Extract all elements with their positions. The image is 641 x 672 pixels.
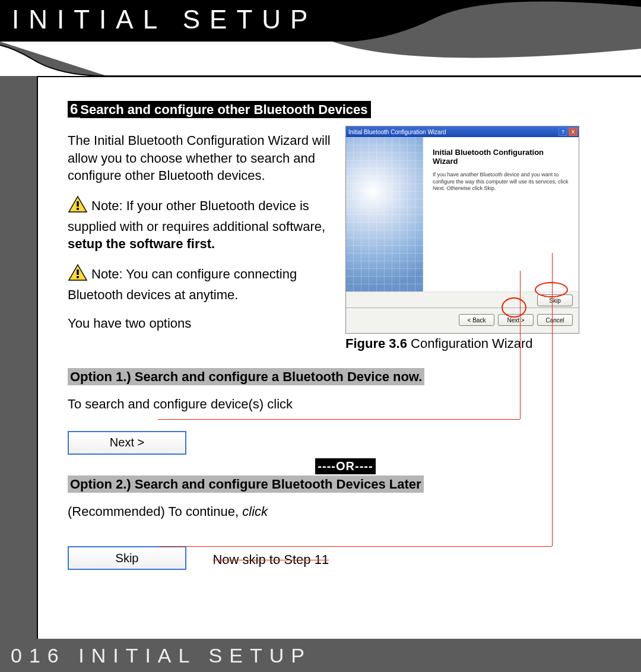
- footer-page: 016: [11, 644, 66, 667]
- page-title: Initial Setup: [12, 5, 317, 34]
- step-heading-row: 6Search and configure other Bluetooth De…: [68, 101, 623, 118]
- wizard-next-button[interactable]: Next >: [498, 314, 534, 326]
- figure-caption-bold: Figure 3.6: [345, 336, 407, 351]
- header-bar: Initial Setup: [0, 0, 641, 42]
- next-button[interactable]: Next >: [68, 431, 186, 455]
- figure-column: Initial Bluetooth Configuration Wizard ?…: [345, 126, 595, 351]
- step-number: 6: [68, 101, 80, 118]
- skip-step-note: Now skip to Step 11: [212, 552, 329, 567]
- wizard-skip-button[interactable]: Skip: [537, 294, 573, 306]
- wizard-cancel-button[interactable]: Cancel: [537, 314, 573, 326]
- figure-caption-rest: Configuration Wizard: [407, 336, 533, 351]
- note-2: Note: You can configure connecting Bluet…: [68, 264, 335, 303]
- header-curve: [332, 0, 641, 42]
- connector-line: [520, 271, 521, 419]
- connector-line: [158, 546, 552, 547]
- wizard-titlebar: Initial Bluetooth Configuration Wizard ?…: [346, 126, 579, 137]
- note-2-text: Note: You can configure connecting Bluet…: [68, 267, 297, 302]
- footer-text: 016 Initial Setup: [11, 644, 312, 667]
- svg-rect-0: [77, 201, 79, 207]
- sub-header: [0, 42, 641, 76]
- connector-line: [552, 253, 553, 546]
- step-title: Search and configure other Bluetooth Dev…: [80, 101, 371, 118]
- wizard-titlebar-text: Initial Bluetooth Configuration Wizard: [348, 129, 446, 135]
- wizard-dialog: Initial Bluetooth Configuration Wizard ?…: [345, 126, 579, 334]
- wizard-globe-image: [346, 137, 423, 291]
- side-bar: [0, 76, 37, 672]
- note-1: Note: If your other Bluetooth device is …: [68, 195, 335, 253]
- note-1-bold: setup the software first.: [68, 236, 215, 251]
- footer-label: Initial Setup: [78, 644, 312, 667]
- skip-button[interactable]: Skip: [68, 546, 186, 570]
- intro-text-column: The Initial Bluetooth Configuration Wiza…: [68, 126, 335, 332]
- wizard-back-button[interactable]: < Back: [459, 314, 494, 326]
- option-1-line: To search and configure device(s) click: [68, 395, 623, 413]
- figure-caption: Figure 3.6 Configuration Wizard: [345, 336, 595, 351]
- warning-icon: [68, 195, 88, 218]
- svg-rect-2: [77, 270, 79, 275]
- option-2-italic: click: [242, 504, 268, 519]
- or-divider: ----OR----: [315, 458, 375, 474]
- wizard-body-text: If you have another Bluetooth device and…: [433, 172, 570, 192]
- svg-rect-1: [77, 208, 79, 210]
- wizard-heading: Initial Bluetooth Configuration Wizard: [433, 148, 570, 166]
- content-area: 6Search and configure other Bluetooth De…: [37, 76, 641, 652]
- intro-paragraph: The Initial Bluetooth Configuration Wiza…: [68, 132, 335, 185]
- warning-icon: [68, 264, 88, 286]
- footer-bar: 016 Initial Setup: [0, 639, 641, 672]
- connector-line: [158, 419, 520, 420]
- note-1-text: Note: If your other Bluetooth device is …: [68, 198, 325, 234]
- help-icon[interactable]: ?: [559, 128, 567, 136]
- svg-rect-3: [77, 276, 79, 278]
- option-2-heading: Option 2.) Search and configure Bluetoot…: [68, 476, 424, 493]
- close-icon[interactable]: X: [569, 128, 577, 136]
- option-2-line: (Recommended) To continue, click: [68, 503, 623, 521]
- two-options-line: You have two options: [68, 315, 335, 332]
- option-2-prefix: (Recommended) To continue,: [68, 504, 242, 519]
- option-1-heading: Option 1.) Search and configure a Blueto…: [68, 368, 424, 385]
